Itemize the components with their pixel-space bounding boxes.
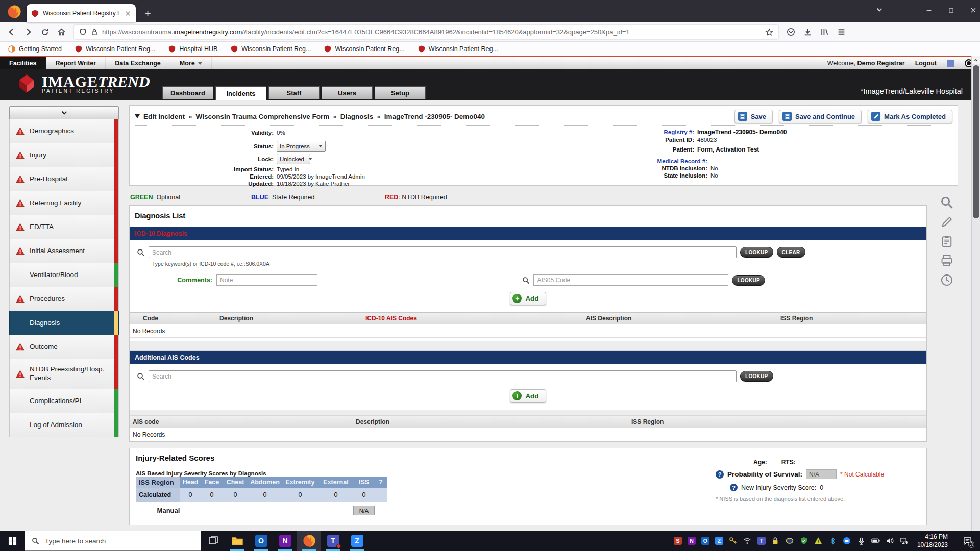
network-tray-icon[interactable] (900, 537, 909, 545)
taskbar-zoom[interactable]: Z (345, 531, 369, 551)
battery-tray-icon[interactable] (871, 537, 880, 545)
bookmark-wisconsin-2[interactable]: Wisconsin Patient Reg... (231, 45, 311, 53)
action-center-button[interactable]: 3 (959, 531, 976, 551)
menu-icon[interactable] (837, 28, 846, 36)
bluetooth-tray-icon[interactable] (828, 537, 837, 545)
page-scrollbar[interactable] (971, 56, 980, 531)
sidebar-item-diagnosis[interactable]: Diagnosis (9, 311, 119, 335)
url-bar[interactable]: https://wisconsintrauma.imagetrendregist… (74, 25, 778, 39)
bookmark-wisconsin-1[interactable]: Wisconsin Patient Reg... (75, 45, 155, 53)
tab-close-icon[interactable] (125, 10, 131, 17)
icd10-search-input[interactable] (149, 246, 737, 258)
pocket-icon[interactable] (787, 28, 795, 36)
icd10-lookup-button[interactable]: LOOKUP (740, 247, 773, 258)
bookmark-getting-started[interactable]: Getting Started (8, 45, 62, 53)
breadcrumb-form-name[interactable]: Wisconsin Trauma Comprehensive Form (196, 113, 330, 120)
sidebar-item-referring-facility[interactable]: Referring Facility (9, 191, 119, 215)
taskbar-file-explorer[interactable] (225, 531, 249, 551)
permissions-shield-icon[interactable] (79, 28, 87, 36)
task-view-button[interactable] (201, 531, 225, 551)
print-tool-icon[interactable] (940, 254, 953, 267)
tab-incidents[interactable]: Incidents (215, 86, 266, 100)
tab-list-chevron-icon[interactable] (876, 6, 883, 13)
browser-tab[interactable]: Wisconsin Patient Registry Facil (27, 4, 136, 22)
zoom-tool-icon[interactable] (940, 196, 953, 209)
scroll-up-icon[interactable] (972, 56, 980, 64)
icd10-clear-button[interactable]: CLEAR (777, 247, 805, 258)
snagit-tray-icon[interactable]: S (674, 537, 682, 545)
microphone-tray-icon[interactable] (857, 537, 866, 545)
sidebar-item-pre-hospital[interactable]: Pre-Hospital (9, 167, 119, 191)
refresh-icon[interactable] (41, 28, 49, 36)
tab-users[interactable]: Users (322, 86, 373, 99)
breadcrumb-diagnosis[interactable]: Diagnosis (340, 113, 374, 120)
sidebar-item-outcome[interactable]: Outcome (9, 335, 119, 359)
sidebar-item-log-of-admission[interactable]: Log of Admission (9, 413, 119, 437)
zoom-meeting-tray-icon[interactable] (843, 537, 851, 545)
minimize-icon[interactable] (925, 7, 933, 14)
breadcrumb-edit-incident[interactable]: Edit Incident (143, 113, 185, 120)
outlook-tray-icon[interactable]: O (701, 537, 709, 545)
sidebar-item-ntdb-preexisting[interactable]: NTDB Preexisting/Hosp. Events (9, 359, 119, 389)
bookmark-star-icon[interactable] (765, 28, 773, 36)
apps-icon[interactable] (947, 60, 954, 67)
taskbar-teams[interactable]: T (321, 531, 345, 551)
new-tab-icon[interactable] (144, 10, 152, 17)
scrollbar-thumb[interactable] (973, 65, 979, 218)
bookmark-wisconsin-3[interactable]: Wisconsin Patient Reg... (324, 45, 404, 53)
ais05-lookup-button[interactable]: LOOKUP (732, 275, 765, 286)
lock-select[interactable]: Unlocked (277, 154, 310, 164)
onenote-tray-icon[interactable]: N (688, 537, 696, 545)
tab-setup[interactable]: Setup (375, 86, 426, 99)
sidebar-item-injury[interactable]: Injury (9, 143, 119, 167)
ais05-code-input[interactable] (533, 274, 728, 286)
taskbar-search[interactable]: Type here to search (24, 531, 201, 551)
taskbar-outlook[interactable]: O (249, 531, 273, 551)
lock-icon[interactable] (91, 29, 98, 36)
forward-icon[interactable] (24, 28, 33, 36)
nav-report-writer[interactable]: Report Writer (46, 57, 106, 69)
logout-link[interactable]: Logout (915, 60, 937, 67)
sidebar-item-procedures[interactable]: Procedures (9, 287, 119, 311)
lock-tray-icon[interactable] (771, 537, 780, 545)
bookmark-wisconsin-4[interactable]: Wisconsin Patient Reg... (418, 45, 498, 53)
help-icon[interactable]: ? (730, 484, 738, 491)
nav-facilities[interactable]: Facilities (0, 57, 46, 69)
status-select[interactable]: In Progress (277, 141, 326, 152)
taskbar-firefox[interactable] (297, 531, 321, 551)
downloads-icon[interactable] (803, 28, 812, 36)
taskbar-onenote[interactable]: N (273, 531, 297, 551)
warning-tray-icon[interactable] (814, 537, 823, 545)
manual-iss-value[interactable]: N/A (353, 506, 375, 515)
sidebar-item-ventilator-blood[interactable]: Ventilator/Blood (9, 263, 119, 287)
sidebar-item-initial-assessment[interactable]: Initial Assessment (9, 239, 119, 263)
sso-tray-icon[interactable] (786, 537, 794, 545)
edit-tool-icon[interactable] (940, 215, 953, 229)
start-button[interactable] (0, 531, 24, 551)
comments-input[interactable] (216, 274, 317, 286)
zoom-tray-icon[interactable]: Z (715, 537, 723, 545)
sidebar-item-complications-pi[interactable]: Complications/PI (9, 389, 119, 413)
additional-ais-lookup-button[interactable]: LOOKUP (740, 371, 773, 382)
tab-staff[interactable]: Staff (268, 86, 320, 99)
sidebar-item-demographics[interactable]: Demographics (9, 119, 119, 143)
nav-more[interactable]: More (170, 57, 212, 69)
collapse-triangle-icon[interactable] (135, 114, 140, 118)
home-icon[interactable] (57, 28, 66, 36)
bookmark-hospital-hub[interactable]: Hospital HUB (168, 45, 217, 53)
notes-tool-icon[interactable] (940, 235, 953, 248)
taskbar-clock[interactable]: 4:16 PM 10/18/2023 (917, 533, 948, 549)
teams-tray-icon[interactable]: T (757, 537, 766, 545)
library-icon[interactable] (820, 28, 829, 36)
add-diagnosis-button[interactable]: Add (510, 292, 546, 305)
sidebar-collapse-button[interactable] (9, 106, 119, 119)
nav-data-exchange[interactable]: Data Exchange (106, 57, 170, 69)
maximize-icon[interactable] (948, 7, 954, 14)
back-icon[interactable] (7, 28, 16, 36)
tab-dashboard[interactable]: Dashboard (162, 86, 213, 99)
save-button[interactable]: Save (734, 110, 773, 123)
add-ais-code-button[interactable]: Add (510, 389, 546, 403)
wifi-tray-icon[interactable] (743, 537, 752, 545)
additional-ais-search-input[interactable] (149, 370, 737, 382)
firefox-icon[interactable] (7, 5, 21, 19)
